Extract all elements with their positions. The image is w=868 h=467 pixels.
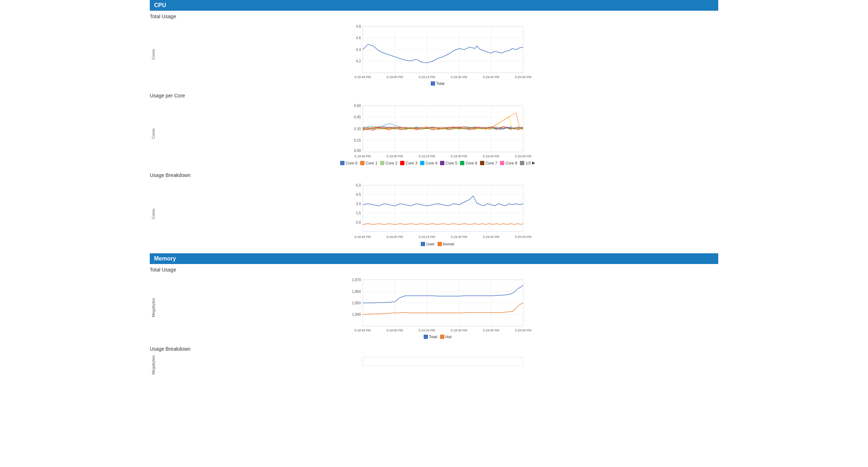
legend-core5: Core 5	[440, 161, 457, 165]
svg-text:0.60: 0.60	[354, 104, 361, 108]
legend-mem-total-color	[424, 335, 428, 339]
legend-user: User	[421, 242, 434, 246]
svg-text:5:20:00 PM: 5:20:00 PM	[515, 154, 531, 158]
svg-text:5:19:45 PM: 5:19:45 PM	[483, 329, 499, 332]
legend-core8-label: Core 8	[505, 161, 517, 165]
legend-kernel-color	[438, 242, 442, 246]
svg-text:0.0: 0.0	[356, 220, 361, 224]
cpu-header: CPU	[150, 0, 718, 11]
cpu-breakdown-y-label: Cores	[150, 182, 157, 246]
memory-breakdown-title: Usage Breakdown	[150, 346, 718, 352]
legend-core8: Core 8	[500, 161, 517, 165]
legend-core4: Core 4	[420, 161, 437, 165]
cpu-per-core-chart: Cores 0.60 0.45 0.30 0.15	[150, 102, 718, 165]
legend-core2-color	[380, 161, 384, 165]
legend-mem-hot-label: Hot	[445, 335, 451, 339]
legend-total-label: Total	[436, 81, 444, 86]
svg-text:5:19:15 PM: 5:19:15 PM	[419, 154, 435, 158]
legend-core8-color	[500, 161, 504, 165]
svg-text:4.2: 4.2	[356, 59, 361, 63]
svg-text:5:20:00 PM: 5:20:00 PM	[515, 329, 531, 332]
svg-text:1.5: 1.5	[356, 211, 361, 215]
legend-core6-color	[460, 161, 464, 165]
cpu-breakdown-title: Usage Breakdown	[150, 172, 718, 178]
cpu-total-usage-chart: Cores 4.8	[150, 23, 718, 86]
legend-core3: Core 3	[400, 161, 417, 165]
memory-header: Memory	[150, 253, 718, 264]
svg-rect-41	[363, 185, 523, 232]
legend-kernel-label: Kernel	[443, 242, 454, 246]
svg-text:1,870: 1,870	[352, 278, 361, 282]
cpu-per-core-chart-area: 0.60 0.45 0.30 0.15 0.00	[157, 102, 718, 165]
svg-text:1,860: 1,860	[352, 290, 361, 294]
legend-core4-label: Core 4	[425, 161, 437, 165]
legend-core3-label: Core 3	[405, 161, 417, 165]
cpu-breakdown-legend: User Kernel	[157, 242, 718, 246]
legend-core1-label: Core 1	[366, 161, 377, 165]
svg-text:5:19:00 PM: 5:19:00 PM	[387, 75, 403, 79]
svg-text:5:19:30 PM: 5:19:30 PM	[451, 235, 467, 239]
legend-core6-label: Core 6	[465, 161, 477, 165]
memory-total-y-label: Megabytes	[150, 276, 157, 339]
legend-mem-total: Total	[424, 335, 437, 339]
legend-core0-label: Core 0	[346, 161, 357, 165]
memory-total-title: Total Usage	[150, 267, 718, 273]
svg-text:5:19:15 PM: 5:19:15 PM	[419, 75, 435, 79]
memory-total-chart-area: 1,870 1,860 1,850 1,840 5:18:45 PM 5:19:…	[157, 276, 718, 339]
svg-text:5:19:30 PM: 5:19:30 PM	[451, 329, 467, 332]
svg-text:0.15: 0.15	[354, 138, 361, 142]
svg-text:5:19:45 PM: 5:19:45 PM	[483, 235, 499, 239]
svg-text:5:20:00 PM: 5:20:00 PM	[515, 75, 531, 79]
legend-core2-label: Core 2	[386, 161, 397, 165]
svg-text:5:19:30 PM: 5:19:30 PM	[451, 75, 467, 79]
memory-total-legend: Total Hot	[157, 335, 718, 339]
svg-text:4.6: 4.6	[356, 36, 361, 40]
svg-text:4.8: 4.8	[356, 25, 361, 29]
legend-mem-hot-color	[440, 335, 444, 339]
page-container: CPU Total Usage Cores	[0, 0, 868, 467]
svg-text:0.30: 0.30	[354, 127, 361, 131]
svg-text:5:20:00 PM: 5:20:00 PM	[515, 235, 531, 239]
cpu-total-legend: Total	[157, 81, 718, 86]
legend-core5-label: Core 5	[445, 161, 457, 165]
svg-text:5:19:30 PM: 5:19:30 PM	[451, 154, 467, 158]
memory-breakdown-y-label: Megabytes	[150, 355, 157, 375]
svg-text:5:18:45 PM: 5:18:45 PM	[354, 154, 371, 158]
svg-text:5:19:00 PM: 5:19:00 PM	[387, 235, 403, 239]
svg-text:5:18:45 PM: 5:18:45 PM	[354, 329, 371, 332]
svg-text:5:19:45 PM: 5:19:45 PM	[483, 75, 499, 79]
svg-text:5:18:45 PM: 5:18:45 PM	[354, 75, 371, 79]
legend-core1: Core 1	[360, 161, 377, 165]
svg-rect-83	[363, 357, 523, 366]
legend-more-arrow: ▶	[532, 161, 535, 165]
svg-text:6.0: 6.0	[356, 183, 361, 187]
svg-text:4.5: 4.5	[356, 193, 361, 197]
legend-total: Total	[431, 81, 444, 86]
svg-text:5:19:00 PM: 5:19:00 PM	[387, 329, 403, 332]
svg-text:3.0: 3.0	[356, 202, 361, 206]
memory-breakdown-chart-area	[157, 355, 718, 375]
legend-more[interactable]: 1/2 ▶	[520, 161, 535, 165]
legend-mem-hot: Hot	[440, 335, 451, 339]
memory-breakdown-chart: Megabytes	[150, 355, 718, 375]
legend-kernel: Kernel	[438, 242, 454, 246]
svg-text:5:19:15 PM: 5:19:15 PM	[419, 235, 435, 239]
cpu-breakdown-chart: Cores 6.0 4.5 3.0 1.5	[150, 182, 718, 246]
legend-more-label: 1/2	[525, 161, 531, 165]
cpu-total-chart-area: 4.8 4.6 4.4 4.2 5:18:45 PM 5:19:00 PM 5:…	[157, 23, 718, 86]
cpu-per-core-title: Usage per Core	[150, 93, 718, 98]
legend-total-color	[431, 81, 435, 86]
svg-text:1,850: 1,850	[352, 301, 361, 305]
cpu-total-y-label: Cores	[150, 23, 157, 86]
legend-user-label: User	[426, 242, 434, 246]
legend-core0: Core 0	[340, 161, 357, 165]
legend-core2: Core 2	[380, 161, 397, 165]
cpu-per-core-y-label: Cores	[150, 102, 157, 165]
memory-total-chart: Megabytes 1,870 1,860 1,850 1,840	[150, 276, 718, 339]
legend-core7: Core 7	[480, 161, 497, 165]
svg-text:5:19:45 PM: 5:19:45 PM	[483, 154, 499, 158]
legend-core1-color	[360, 161, 364, 165]
cpu-per-core-legend: Core 0 Core 1 Core 2 Core 3	[157, 161, 718, 165]
legend-core7-label: Core 7	[485, 161, 497, 165]
legend-user-color	[421, 242, 425, 246]
